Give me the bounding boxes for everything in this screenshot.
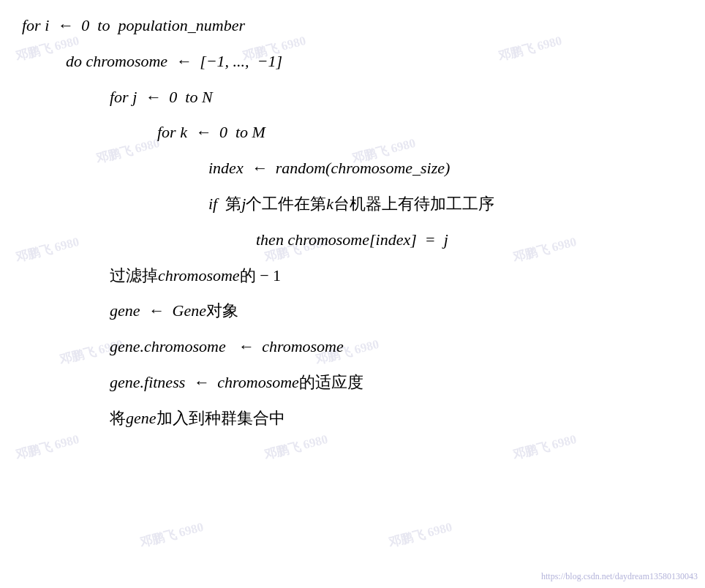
line5-text: index ← random(chromosome_size) xyxy=(208,157,450,180)
code-line-10: gene.chromosome ← chromosome xyxy=(110,336,683,358)
line11-chinese: 的适应度 xyxy=(299,372,363,394)
code-line-6: if 第j个工件在第k台机器上有待加工工序 xyxy=(208,193,683,216)
code-line-8: 过滤掉chromosome的 − 1 xyxy=(110,265,683,287)
code-line-5: index ← random(chromosome_size) xyxy=(208,157,683,180)
line1-text: for i ← 0 to population_number xyxy=(22,15,245,37)
watermark: 邓鹏飞 6980 xyxy=(387,519,454,551)
code-line-7: then chromosome[index] = j xyxy=(256,229,683,252)
line8-text: 过滤掉chromosome的 − 1 xyxy=(110,265,281,287)
line2-text: do chromosome ← [−1, ..., −1] xyxy=(66,50,282,73)
code-line-12: 将gene加入到种群集合中 xyxy=(110,407,683,430)
line6-text: if xyxy=(208,193,222,216)
code-line-11: gene.fitness ← chromosome的适应度 xyxy=(110,372,683,394)
line4-text: for k ← 0 to M xyxy=(157,121,265,144)
line6-chinese: 第j个工件在第k台机器上有待加工工序 xyxy=(222,193,494,216)
line9-text: gene ← Gene xyxy=(110,300,206,323)
line3-text: for j ← 0 to N xyxy=(110,86,213,109)
code-container: for i ← 0 to population_number do chromo… xyxy=(0,0,705,458)
code-line-9: gene ← Gene对象 xyxy=(110,300,683,323)
line11-text: gene.fitness ← chromosome xyxy=(110,372,299,394)
line9-chinese: 对象 xyxy=(206,300,238,323)
line7-text: then chromosome[index] = j xyxy=(256,229,448,252)
code-line-2: do chromosome ← [−1, ..., −1] xyxy=(66,50,683,73)
url-text: https://blog.csdn.net/daydream1358013004… xyxy=(541,571,698,581)
code-line-3: for j ← 0 to N xyxy=(110,86,683,109)
line10-text: gene.chromosome ← chromosome xyxy=(110,336,344,358)
url-watermark: https://blog.csdn.net/daydream1358013004… xyxy=(541,571,698,582)
code-line-4: for k ← 0 to M xyxy=(157,121,683,144)
watermark: 邓鹏飞 6980 xyxy=(138,519,206,551)
line12-text: 将gene加入到种群集合中 xyxy=(110,407,285,430)
code-line-1: for i ← 0 to population_number xyxy=(22,15,683,37)
